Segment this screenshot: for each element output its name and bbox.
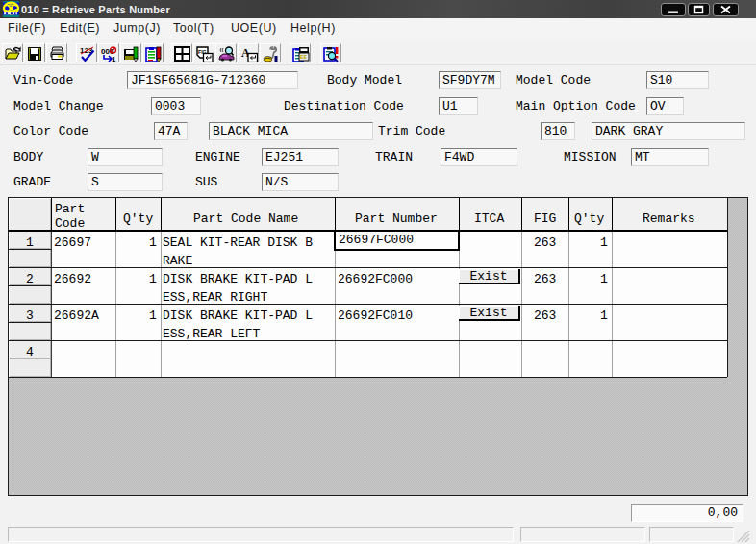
svg-text:EE: EE — [300, 54, 308, 61]
svg-text:1: 1 — [112, 55, 116, 62]
